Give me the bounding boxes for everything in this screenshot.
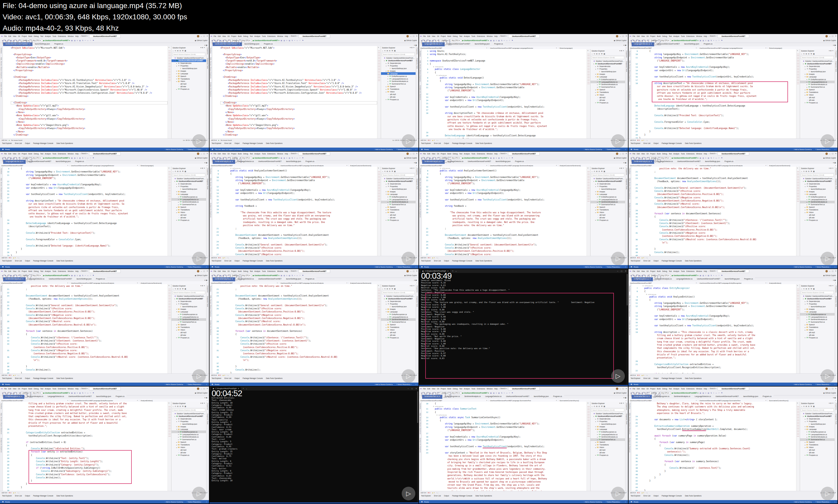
toolbar-icon-b8[interactable]: ⚑ <box>721 157 723 159</box>
solution-explorer-search[interactable]: Search Solution Explorer (Ctrl+$) <box>801 174 834 177</box>
expand-arrow-icon[interactable]: ▾ <box>174 298 175 300</box>
expand-arrow-icon[interactable]: ▸ <box>385 183 387 185</box>
menu-item-extensions[interactable]: Extensions <box>686 388 695 390</box>
expand-arrow-icon[interactable]: ▸ <box>176 447 177 448</box>
explorer-tool-icon-0[interactable]: ⌂ <box>173 50 174 52</box>
panel-tab-output[interactable]: Output <box>653 495 658 497</box>
expand-arrow-icon[interactable]: ▸ <box>806 313 808 315</box>
side-tab-sql-server-object-explorer[interactable]: SQL Server Object Explorer <box>629 178 631 199</box>
expand-arrow-icon[interactable]: ▸ <box>387 313 389 315</box>
zoom-level[interactable]: 100 % ▾ <box>211 140 216 141</box>
menu-item-project[interactable]: Project <box>22 388 27 390</box>
menu-item-extensions[interactable]: Extensions <box>477 153 485 155</box>
menu-item-project[interactable]: Project <box>22 270 27 272</box>
tree-item[interactable]: ▾▣UseAzureAIServicesFromNET <box>800 62 835 65</box>
user-avatar[interactable] <box>616 388 618 390</box>
side-tab-endpoints-explorer[interactable]: Endpoints Explorer <box>629 203 631 218</box>
expand-arrow-icon[interactable]: ▾ <box>803 63 804 65</box>
play-overlay-icon[interactable]: ▷ <box>192 487 206 500</box>
menu-item-debug[interactable]: Debug <box>662 35 667 37</box>
zoom-level[interactable]: 100 % ▾ <box>630 257 635 258</box>
explorer-tool-icon-2[interactable]: ⊞ <box>386 170 388 173</box>
tab-useazureaiservicesfromnet[interactable]: UseAzureAIServicesFromNET <box>256 277 284 281</box>
minimap[interactable]: + <box>587 167 590 259</box>
tab-program-cs[interactable]: Program.cs <box>702 42 715 46</box>
side-tab-properties[interactable]: Properties <box>835 51 837 58</box>
play-overlay-icon[interactable]: ▷ <box>611 252 625 265</box>
expand-arrow-icon[interactable]: ▸ <box>806 204 808 205</box>
tree-item[interactable]: ▾⚙Properties <box>800 68 835 70</box>
expand-arrow-icon[interactable]: ▸ <box>176 88 177 90</box>
terminal-output[interactable]: Extracted Entities:Text: cheesecakeEntit… <box>209 391 418 503</box>
tree-item[interactable]: ▸Vision <box>172 80 206 83</box>
tree-item[interactable]: ▸C#SentimentAnalysis.cs <box>591 201 625 203</box>
expand-arrow-icon[interactable]: ▸ <box>385 206 387 208</box>
tree-item[interactable]: ▸Translations <box>381 326 416 329</box>
play-overlay-icon[interactable]: ▷ <box>821 487 834 500</box>
tree-item[interactable]: ▸C#LanguageDetector.cs <box>381 198 416 201</box>
side-tab-diagnostic-tools[interactable]: Diagnostic Tools <box>207 58 208 69</box>
warning-count[interactable]: ▲ 4 <box>13 257 16 258</box>
tree-item[interactable]: {}launchSettings.json <box>800 305 835 308</box>
menu-item-file[interactable]: File <box>423 153 425 155</box>
side-tab-sql-server-object-explorer[interactable]: SQL Server Object Explorer <box>210 295 212 317</box>
panel-tab-data-tools-operations[interactable]: Data Tools Operations <box>56 495 73 497</box>
tree-item[interactable]: ▸C#SummarizeText.cs <box>172 203 206 206</box>
code-editor[interactable]: <Project Sdk=class="v">"Microsoft.NET.Sd… <box>3 46 168 142</box>
search-box[interactable]: ⌕ Search ▾ <box>290 270 297 272</box>
expand-arrow-icon[interactable]: ▸ <box>804 206 806 208</box>
solution-explorer-search[interactable]: Search Solution Explorer (Ctrl+$) <box>801 291 834 294</box>
side-tab-endpoints-explorer[interactable]: Endpoints Explorer <box>629 438 631 453</box>
menu-item-debug[interactable]: Debug <box>662 388 667 390</box>
nav-dropdown-1[interactable]: UseAzureAIServicesFromNET.Language.Senti… <box>698 165 768 166</box>
panel-tab-output[interactable]: Output <box>25 377 30 379</box>
toolbar-icon-b4[interactable]: ⇅ <box>501 39 502 41</box>
error-count[interactable]: ⊗ 0 <box>637 492 640 493</box>
menu-item-file[interactable]: File <box>4 388 6 390</box>
tree-item[interactable]: ▸Vision <box>800 329 835 331</box>
tree-item[interactable]: ▸▦Dependencies <box>591 183 625 185</box>
explorer-tool-icon-0[interactable]: ⌂ <box>801 53 802 55</box>
menu-item-edit[interactable]: Edit <box>637 270 640 272</box>
explorer-tool-icon-4[interactable]: ⚒ <box>182 50 184 52</box>
side-tab-diagnostic-tools[interactable]: Diagnostic Tools <box>207 296 208 307</box>
play-overlay-icon[interactable]: ▷ <box>611 369 625 383</box>
tree-item[interactable]: ▾⚙Properties <box>172 65 206 67</box>
toolbar-icon-b1[interactable]: ▥ <box>703 274 704 276</box>
tree-item[interactable]: ♪gill.mp3 <box>591 96 625 98</box>
add-icon[interactable]: + <box>588 167 589 169</box>
tree-item[interactable]: ▸C#SummarizeText.cs <box>381 203 416 206</box>
tree-item[interactable]: ▸C#SentimentAnalysis.cs <box>381 201 416 203</box>
panel-tab-error-list[interactable]: Error List <box>15 495 22 497</box>
panel-tab-data-tools-operations[interactable]: Data Tools Operations <box>685 142 702 144</box>
expand-arrow-icon[interactable]: ▸ <box>595 89 596 91</box>
toolbar-icon-b3[interactable]: ▧ <box>79 274 81 276</box>
tab-program-cs[interactable]: Program.cs <box>303 160 317 164</box>
tree-item[interactable]: ▾▣UseAzureAIServicesFromNET <box>172 415 206 418</box>
status-right-0[interactable]: ↑ Add to Source Control ▴ <box>793 148 811 150</box>
explorer-tool-icon-3[interactable]: ⊟ <box>808 170 809 173</box>
explorer-tool-icon-0[interactable]: ⌂ <box>592 53 593 55</box>
menu-item-build[interactable]: Build <box>238 153 242 155</box>
side-tab-toolbox[interactable]: Toolbox <box>420 403 421 409</box>
tree-item[interactable]: ▾Language <box>172 428 206 430</box>
error-count[interactable]: ⊗ 0 <box>427 257 430 258</box>
panel-tab-test-explorer[interactable]: Test Explorer <box>212 377 221 379</box>
tab-languagedetector-cs[interactable]: LanguageDetector.cs <box>693 395 713 399</box>
run-button[interactable]: ▶ UseAzureAIServicesFromNET ▾ <box>43 274 70 276</box>
tree-item[interactable]: ▸C#SentimentAnalysis.cs <box>172 436 206 438</box>
tree-item[interactable]: ♪gill.wav <box>800 216 835 219</box>
toolbar-icon-b1[interactable]: ▥ <box>284 274 285 276</box>
explorer-tool-icon-5[interactable]: ▦ <box>394 288 396 290</box>
panel-tab-test-explorer[interactable]: Test Explorer <box>212 142 221 144</box>
menu-item-analyze[interactable]: Analyze <box>254 270 260 272</box>
toolbar-icon-b0[interactable]: ▤ <box>281 157 282 159</box>
status-right-2[interactable]: ○ <box>625 266 626 268</box>
expand-arrow-icon[interactable]: ▾ <box>595 76 596 77</box>
tab-overflow-icon[interactable]: ▾ ▣ <box>624 162 628 164</box>
menu-item-view[interactable]: View <box>641 35 645 37</box>
tree-item[interactable]: ▸C#SentimentAnalysis.cs <box>591 436 625 438</box>
toolbar-icon-b3[interactable]: ▧ <box>708 274 709 276</box>
expand-arrow-icon[interactable]: ▸ <box>595 447 596 448</box>
expand-arrow-icon[interactable]: ▸ <box>176 191 177 192</box>
